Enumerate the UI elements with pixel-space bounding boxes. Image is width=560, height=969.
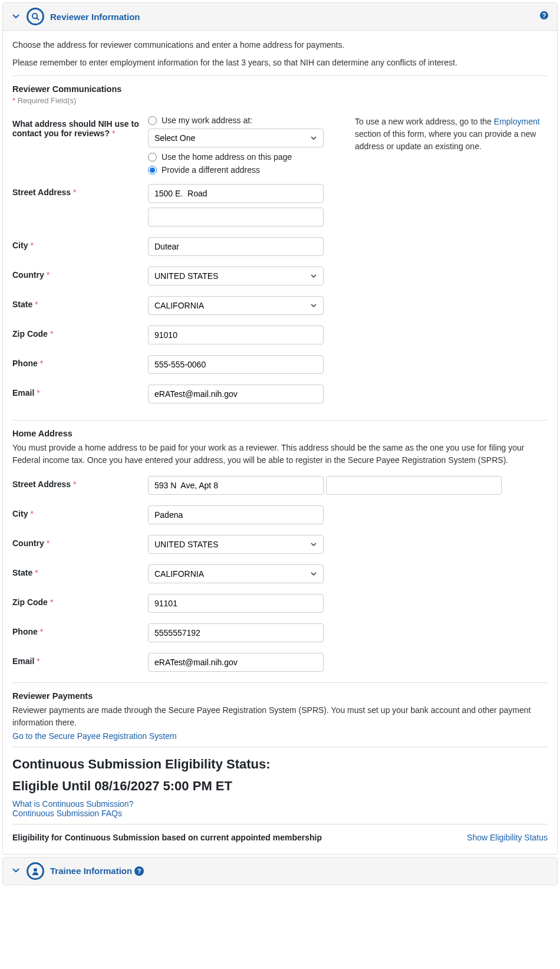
- home-phone-label: Phone*: [12, 623, 148, 636]
- section-description: Reviewer payments are made through the S…: [12, 704, 548, 729]
- section-title: Reviewer Communications: [12, 84, 548, 94]
- street-input-2[interactable]: [148, 208, 324, 226]
- svg-point-4: [34, 868, 37, 872]
- home-zip-input[interactable]: [148, 594, 324, 613]
- collapse-toggle[interactable]: [11, 865, 21, 876]
- collapse-toggle[interactable]: [11, 11, 21, 22]
- status-line-2: Eligible Until 08/16/2027 5:00 PM ET: [12, 777, 548, 796]
- magnifier-circle-icon: [27, 8, 44, 25]
- street-input-1[interactable]: [148, 184, 324, 203]
- city-label: City*: [12, 237, 148, 250]
- continuous-submission-status: Continuous Submission Eligibility Status…: [12, 756, 548, 818]
- home-country-select[interactable]: UNITED STATES: [148, 535, 324, 554]
- contact-address-question: What address should NIH use to contact y…: [12, 116, 148, 138]
- home-city-label: City*: [12, 505, 148, 518]
- home-city-input[interactable]: [148, 505, 324, 524]
- divider: [12, 682, 548, 683]
- home-email-input[interactable]: [148, 653, 324, 672]
- panel-title: Trainee Information: [50, 866, 132, 876]
- trainee-information-panel: Trainee Information ?: [2, 857, 558, 885]
- section-title: Home Address: [12, 429, 548, 438]
- divider: [12, 747, 548, 747]
- intro-text: Choose the address for reviewer communic…: [12, 40, 548, 67]
- home-address-section: Home Address You must provide a home add…: [12, 429, 548, 676]
- home-email-label: Email*: [12, 653, 148, 666]
- help-icon[interactable]: ?: [134, 866, 144, 876]
- eligibility-label: Eligibility for Continuous Submission ba…: [12, 833, 322, 842]
- required-fields-note: * Required Field(s): [12, 96, 548, 105]
- chevron-down-icon: [11, 865, 21, 875]
- state-label: State*: [12, 296, 148, 309]
- svg-text:?: ?: [542, 12, 546, 19]
- magnifier-icon: [31, 12, 40, 21]
- cs-faqs-link[interactable]: Continuous Submission FAQs: [12, 809, 122, 818]
- home-state-label: State*: [12, 564, 148, 577]
- radio-home-address-input[interactable]: [148, 153, 157, 162]
- email-input[interactable]: [148, 385, 324, 403]
- home-state-select[interactable]: CALIFORNIA: [148, 564, 324, 583]
- home-street-label: Street Address*: [12, 476, 148, 489]
- phone-label: Phone*: [12, 355, 148, 368]
- panel-title: Reviewer Information: [50, 12, 140, 22]
- divider: [12, 824, 548, 825]
- state-select[interactable]: CALIFORNIA: [148, 296, 324, 315]
- home-phone-input[interactable]: [148, 623, 324, 642]
- work-address-select[interactable]: Select One: [148, 129, 324, 147]
- person-icon: [31, 866, 40, 876]
- employment-link[interactable]: Employment: [494, 117, 540, 126]
- person-circle-icon: [27, 862, 44, 880]
- what-is-cs-link[interactable]: What is Continuous Submission?: [12, 799, 133, 809]
- city-input[interactable]: [148, 237, 324, 256]
- street-label: Street Address*: [12, 184, 148, 197]
- divider: [12, 420, 548, 421]
- panel-header: Reviewer Information ?: [3, 3, 557, 31]
- reviewer-payments-section: Reviewer Payments Reviewer payments are …: [12, 691, 548, 741]
- status-line-1: Continuous Submission Eligibility Status…: [12, 756, 548, 774]
- email-label: Email*: [12, 385, 148, 398]
- sprs-link[interactable]: Go to the Secure Payee Registration Syst…: [12, 731, 177, 741]
- section-title: Reviewer Payments: [12, 691, 548, 701]
- divider: [12, 75, 548, 76]
- svg-point-0: [32, 14, 37, 18]
- country-label: Country*: [12, 267, 148, 280]
- reviewer-information-panel: Reviewer Information ? Choose the addres…: [2, 2, 558, 855]
- eligibility-row: Eligibility for Continuous Submission ba…: [12, 833, 548, 842]
- reviewer-communications-section: Reviewer Communications * Required Field…: [12, 84, 548, 414]
- country-select[interactable]: UNITED STATES: [148, 267, 324, 285]
- show-eligibility-status-link[interactable]: Show Eligibility Status: [467, 833, 548, 842]
- home-street-input-1[interactable]: [148, 476, 324, 495]
- radio-different-address[interactable]: Provide a different address: [148, 165, 345, 175]
- section-description: You must provide a home address to be pa…: [12, 442, 548, 467]
- home-street-input-2[interactable]: [326, 476, 502, 495]
- panel-body: Choose the address for reviewer communic…: [3, 31, 557, 854]
- home-zip-label: Zip Code*: [12, 594, 148, 607]
- radio-different-address-input[interactable]: [148, 166, 157, 175]
- phone-input[interactable]: [148, 355, 324, 374]
- radio-work-address-input[interactable]: [148, 116, 157, 125]
- panel-header: Trainee Information ?: [3, 858, 557, 885]
- side-hint: To use a new work address, go to the Emp…: [345, 116, 548, 414]
- zip-input[interactable]: [148, 326, 324, 344]
- intro-line-2: Please remember to enter employment info…: [12, 58, 548, 67]
- radio-work-address[interactable]: Use my work address at:: [148, 116, 345, 125]
- chevron-down-icon: [11, 11, 21, 21]
- zip-label: Zip Code*: [12, 326, 148, 339]
- help-icon[interactable]: ?: [539, 11, 549, 22]
- home-country-label: Country*: [12, 535, 148, 548]
- svg-line-1: [37, 18, 39, 20]
- radio-home-address[interactable]: Use the home address on this page: [148, 152, 345, 162]
- intro-line-1: Choose the address for reviewer communic…: [12, 40, 548, 50]
